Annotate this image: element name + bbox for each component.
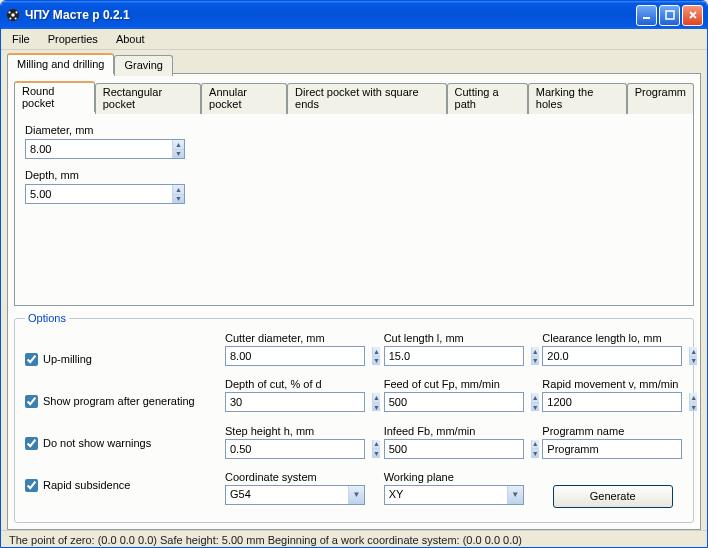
tab-programm[interactable]: Programm: [627, 83, 694, 114]
cut-length-spinner[interactable]: ▲▼: [384, 346, 524, 366]
diameter-spin-arrows[interactable]: ▲▼: [172, 140, 184, 158]
feed-fp-spinner[interactable]: ▲▼: [384, 392, 524, 412]
tab-milling-drilling[interactable]: Milling and drilling: [7, 53, 114, 74]
check-up-milling[interactable]: Up-milling: [25, 353, 215, 366]
diameter-label: Diameter, mm: [25, 124, 683, 136]
cutter-diameter-spinner[interactable]: ▲▼: [225, 346, 365, 366]
rapid-v-spinner[interactable]: ▲▼: [542, 392, 682, 412]
step-height-input[interactable]: [226, 440, 372, 458]
tab-direct-pocket[interactable]: Direct pocket with square ends: [287, 83, 446, 114]
depth-input[interactable]: [26, 185, 172, 203]
clearance-length-label: Clearance length lo, mm: [542, 332, 683, 344]
menu-about[interactable]: About: [109, 31, 152, 47]
menu-bar: File Properties About: [1, 29, 707, 50]
generate-button[interactable]: Generate: [553, 485, 673, 508]
clearance-length-input[interactable]: [543, 347, 689, 365]
tab-annular-pocket[interactable]: Annular pocket: [201, 83, 287, 114]
cut-length-input[interactable]: [385, 347, 531, 365]
menu-file[interactable]: File: [5, 31, 37, 47]
cut-length-label: Cut length l, mm: [384, 332, 525, 344]
infeed-fb-label: Infeed Fb, mm/min: [384, 425, 525, 437]
cutter-diameter-input[interactable]: [226, 347, 372, 365]
svg-rect-7: [666, 11, 674, 19]
tab-rectangular-pocket[interactable]: Rectangular pocket: [95, 83, 201, 114]
rapid-v-input[interactable]: [543, 393, 689, 411]
feed-fp-input[interactable]: [385, 393, 531, 411]
options-legend: Options: [25, 312, 69, 324]
inner-tab-strip: Round pocket Rectangular pocket Annular …: [14, 81, 694, 112]
minimize-button[interactable]: [636, 5, 657, 26]
depth-of-cut-label: Depth of cut, % of d: [225, 378, 366, 390]
program-name-label: Programm name: [542, 425, 683, 437]
no-warnings-checkbox[interactable]: [25, 437, 38, 450]
svg-point-1: [11, 13, 15, 17]
svg-point-3: [15, 11, 17, 13]
depth-of-cut-input[interactable]: [226, 393, 372, 411]
parameter-grid: Cutter diameter, mm ▲▼ Cut length l, mm …: [225, 332, 683, 512]
coord-system-combo[interactable]: G54 ▼: [225, 485, 365, 505]
rapid-subsidence-label: Rapid subsidence: [43, 479, 130, 491]
diameter-input[interactable]: [26, 140, 172, 158]
chevron-down-icon: ▼: [348, 486, 364, 504]
check-rapid-subsidence[interactable]: Rapid subsidence: [25, 479, 215, 492]
client-area: Milling and drilling Graving Round pocke…: [1, 50, 707, 530]
depth-of-cut-spinner[interactable]: ▲▼: [225, 392, 365, 412]
step-height-label: Step height h, mm: [225, 425, 366, 437]
up-milling-label: Up-milling: [43, 353, 92, 365]
status-bar: The point of zero: (0.0 0.0 0.0) Safe he…: [1, 530, 707, 548]
checkbox-column: Up-milling Show program after generating…: [25, 332, 215, 512]
cutter-diameter-label: Cutter diameter, mm: [225, 332, 366, 344]
rapid-subsidence-checkbox[interactable]: [25, 479, 38, 492]
svg-rect-6: [643, 17, 650, 19]
working-plane-combo[interactable]: XY ▼: [384, 485, 524, 505]
chevron-down-icon: ▼: [507, 486, 523, 504]
svg-point-4: [9, 17, 11, 19]
working-plane-value: XY: [385, 486, 507, 504]
svg-point-5: [15, 17, 17, 19]
round-pocket-page: Diameter, mm ▲▼ Depth, mm ▲▼: [14, 111, 694, 306]
show-program-checkbox[interactable]: [25, 395, 38, 408]
infeed-fb-input[interactable]: [385, 440, 531, 458]
depth-label: Depth, mm: [25, 169, 683, 181]
coord-system-label: Coordinate system: [225, 471, 366, 483]
app-icon: [5, 7, 21, 23]
program-name-input[interactable]: [542, 439, 682, 459]
feed-fp-label: Feed of cut Fp, mm/min: [384, 378, 525, 390]
menu-properties[interactable]: Properties: [41, 31, 105, 47]
depth-spin-arrows[interactable]: ▲▼: [172, 185, 184, 203]
depth-spinner[interactable]: ▲▼: [25, 184, 185, 204]
check-no-warnings[interactable]: Do not show warnings: [25, 437, 215, 450]
top-tab-strip: Milling and drilling Graving: [7, 53, 701, 74]
clearance-length-spinner[interactable]: ▲▼: [542, 346, 682, 366]
tab-graving[interactable]: Graving: [114, 55, 173, 76]
status-text: The point of zero: (0.0 0.0 0.0) Safe he…: [9, 534, 522, 546]
tab-round-pocket[interactable]: Round pocket: [14, 81, 95, 112]
tab-marking-holes[interactable]: Marking the holes: [528, 83, 627, 114]
diameter-spinner[interactable]: ▲▼: [25, 139, 185, 159]
milling-tab-page: Round pocket Rectangular pocket Annular …: [7, 73, 701, 530]
close-button[interactable]: [682, 5, 703, 26]
coord-system-value: G54: [226, 486, 348, 504]
show-program-label: Show program after generating: [43, 395, 195, 407]
tab-cutting-path[interactable]: Cutting a path: [447, 83, 528, 114]
up-milling-checkbox[interactable]: [25, 353, 38, 366]
title-bar: ЧПУ Масте р 0.2.1: [1, 1, 707, 29]
svg-point-2: [8, 11, 10, 13]
step-height-spinner[interactable]: ▲▼: [225, 439, 365, 459]
rapid-v-label: Rapid movement v, mm/min: [542, 378, 683, 390]
no-warnings-label: Do not show warnings: [43, 437, 151, 449]
options-group: Options Up-milling Show program after ge…: [14, 312, 694, 523]
window-title: ЧПУ Масте р 0.2.1: [25, 8, 636, 22]
infeed-fb-spinner[interactable]: ▲▼: [384, 439, 524, 459]
check-show-program[interactable]: Show program after generating: [25, 395, 215, 408]
maximize-button[interactable]: [659, 5, 680, 26]
working-plane-label: Working plane: [384, 471, 525, 483]
